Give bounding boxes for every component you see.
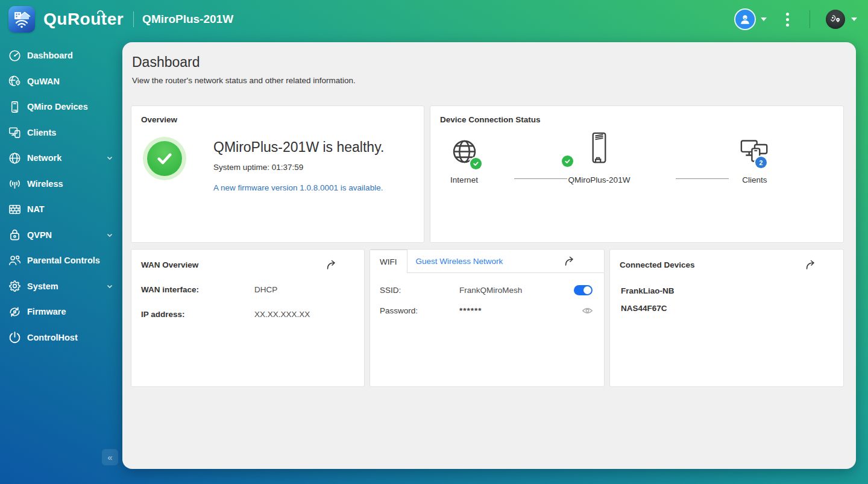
firmware-update-link[interactable]: A new firmware version 1.0.8.0001 is ava… <box>213 183 383 192</box>
health-status-text: QMiroPlus-201W is healthy. <box>213 139 384 156</box>
chevron-down-icon[interactable] <box>105 154 114 162</box>
qurouter-app: QuRouter QMiroPlus-201W <box>0 0 868 484</box>
page-title: Dashboard <box>132 54 844 71</box>
sidebar-item-system[interactable]: System <box>0 274 122 300</box>
internet-status-check-icon <box>470 158 482 169</box>
sidebar-item-qvpn[interactable]: QVPN <box>0 222 122 248</box>
tab-guest-wireless-network[interactable]: Guest Wireless Network <box>407 250 512 272</box>
ssid-value: FrankQMiroMesh <box>459 286 574 295</box>
wan-interface-row: WAN interface: DHCP <box>141 285 354 294</box>
wireless-icon <box>8 177 22 190</box>
wifi-tabbar: WIFI Guest Wireless Network <box>370 250 604 273</box>
connected-devices-card: Connected Devices FrankLiao-NB NAS44F67C <box>609 249 844 387</box>
connected-devices-title: Connected Devices <box>620 260 695 269</box>
sidebar-item-qmiro-devices[interactable]: QMiro Devices <box>0 94 122 120</box>
connected-device-name: FrankLiao-NB <box>621 286 834 295</box>
network-icon <box>8 151 22 165</box>
main-panel: Dashboard View the router's network stat… <box>122 42 856 469</box>
firmware-update-icon <box>8 305 22 319</box>
clients-label: Clients <box>742 175 767 184</box>
ssid-row: SSID: FrankQMiroMesh <box>380 285 594 295</box>
overview-card-title: Overview <box>141 115 177 124</box>
tab-wifi[interactable]: WIFI <box>370 250 407 273</box>
wan-redirect-arrow-icon[interactable] <box>326 259 337 271</box>
password-row: Password: ****** <box>380 304 594 317</box>
qvpn-icon <box>8 228 22 242</box>
ssid-toggle[interactable] <box>574 285 593 295</box>
internet-node: Internet <box>440 136 488 184</box>
parental-controls-icon <box>8 254 22 268</box>
page-subtitle: View the router's network status and oth… <box>132 76 844 85</box>
ip-address-row: IP address: XX.XX.XXX.XX <box>141 310 354 319</box>
router-device-icon <box>587 131 612 168</box>
ssid-label: SSID: <box>380 286 459 295</box>
wan-overview-card: WAN Overview WAN interface: DHCP IP addr… <box>131 249 365 387</box>
sidebar-item-clients[interactable]: Clients <box>0 120 122 146</box>
region-globe-icon[interactable] <box>826 10 845 29</box>
router-label: QMiroPlus-201W <box>568 175 631 184</box>
header-vertical-divider <box>810 10 810 28</box>
wifi-card: WIFI Guest Wireless Network SSID: FrankQ… <box>370 249 605 387</box>
dashboard-icon <box>8 49 22 63</box>
logo-accent-mark <box>97 10 104 14</box>
device-connection-status-card: Device Connection Status <box>430 105 844 243</box>
clients-icon <box>8 125 22 139</box>
header-device-name: QMiroPlus-201W <box>142 13 233 26</box>
qmiro-devices-icon <box>8 100 22 114</box>
header-divider <box>133 11 134 27</box>
chevron-down-icon[interactable] <box>105 231 114 239</box>
system-uptime-text: System uptime: 01:37:59 <box>213 163 384 172</box>
sidebar-item-quwan[interactable]: QuWAN <box>0 69 122 95</box>
qurouter-logo-icon <box>8 6 35 33</box>
more-options-icon[interactable] <box>781 10 794 29</box>
wan-card-title: WAN Overview <box>141 260 198 269</box>
power-icon <box>8 330 22 344</box>
health-check-icon <box>147 141 182 176</box>
wifi-redirect-arrow-icon[interactable] <box>564 256 575 267</box>
user-menu-caret-icon[interactable] <box>761 17 767 21</box>
sidebar-item-parental-controls[interactable]: Parental Controls <box>0 248 122 274</box>
wan-interface-value: DHCP <box>254 285 277 294</box>
sidebar-item-controlhost[interactable]: ControlHost <box>0 325 122 351</box>
sidebar: Dashboard QuWAN QMiro Devices <box>0 39 122 484</box>
sidebar-item-network[interactable]: Network <box>0 145 122 171</box>
router-status-check-icon <box>562 156 573 167</box>
wan-interface-label: WAN interface: <box>141 285 254 294</box>
connected-device-name: NAS44F67C <box>621 304 834 313</box>
topbar: QuRouter QMiroPlus-201W <box>0 0 868 39</box>
sidebar-item-wireless[interactable]: Wireless <box>0 171 122 197</box>
nat-icon <box>8 203 22 216</box>
clients-node: 2 Clients <box>719 136 791 184</box>
clients-count-badge: 2 <box>755 157 767 168</box>
user-avatar[interactable] <box>735 10 755 29</box>
sidebar-item-firmware[interactable]: Firmware <box>0 299 122 325</box>
router-node: QMiroPlus-201W <box>539 133 659 184</box>
sidebar-item-dashboard[interactable]: Dashboard <box>0 43 122 69</box>
sidebar-item-nat[interactable]: NAT <box>0 196 122 222</box>
show-password-eye-icon[interactable] <box>581 304 594 317</box>
system-gear-icon <box>8 279 22 293</box>
connected-devices-redirect-arrow-icon[interactable] <box>805 259 816 271</box>
internet-label: Internet <box>450 175 478 184</box>
connection-card-title: Device Connection Status <box>440 115 541 124</box>
ip-address-label: IP address: <box>141 310 254 319</box>
sidebar-collapse-button[interactable]: « <box>102 449 118 465</box>
chevron-down-icon[interactable] <box>105 282 114 291</box>
overview-card: Overview QMiroPlus-201W is healthy. Syst… <box>131 105 424 243</box>
password-label: Password: <box>380 306 459 315</box>
password-value: ****** <box>459 306 581 315</box>
ip-address-value: XX.XX.XXX.XX <box>254 310 310 319</box>
region-menu-caret-icon[interactable] <box>851 17 857 21</box>
app-name: QuRouter <box>43 10 124 29</box>
quwan-icon <box>8 74 22 88</box>
